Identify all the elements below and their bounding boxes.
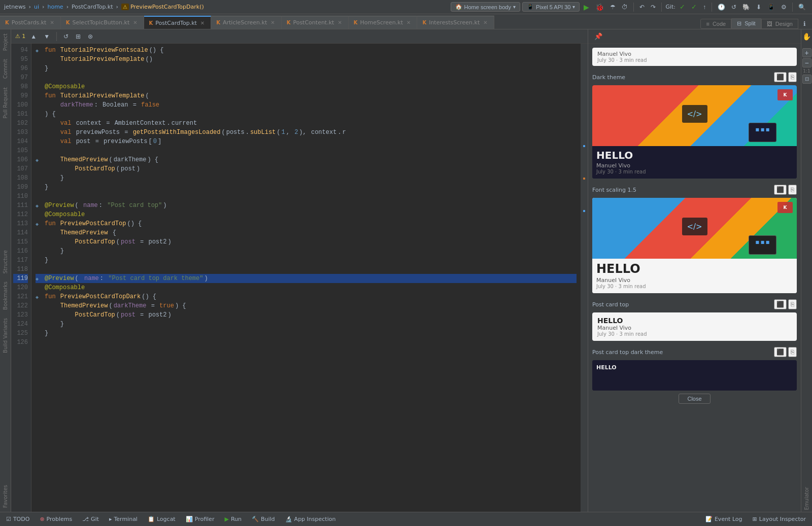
dark-theme-card[interactable]: </> K ■ ■ ■ HELLO M (592, 85, 797, 179)
view-split-btn[interactable]: ⊟ Split (731, 18, 761, 29)
editor-content[interactable]: 9495969798 99100101102103 10410510610710… (11, 44, 588, 512)
post-card-top-author: Manuel Vivo (597, 325, 792, 331)
panel-structure[interactable]: Structure (1, 246, 10, 278)
title-bar: jetnews › ui › home › PostCardTop.kt › ⚠… (0, 0, 812, 14)
todo-item[interactable]: ☑ TODO (4, 515, 31, 523)
font-scaling-card[interactable]: </> K ■ ■ ■ HELLO Manuel Vivo (592, 198, 797, 293)
tab-interestsscreen-close[interactable]: ✕ (482, 19, 488, 26)
tab-selecttopic-close[interactable]: ✕ (132, 19, 138, 26)
code-lines[interactable]: ◈ fun TutorialPreviewFontscale() { Tutor… (31, 44, 581, 512)
gutter-99 (36, 92, 43, 99)
save-dark-theme-btn[interactable]: ⬛ (774, 72, 787, 82)
coverage-btn[interactable]: ☂ (608, 3, 618, 12)
gutter-94[interactable]: ◈ (36, 47, 43, 54)
post-card-top-card[interactable]: HELLO Manuel Vivo July 30 · 3 min read (592, 312, 797, 341)
refresh-btn[interactable]: ↺ (729, 3, 738, 12)
revert-btn[interactable]: ↶ (637, 3, 647, 12)
gutter-102 (36, 120, 43, 127)
tab-articlescreen[interactable]: K ArticleScreen.kt ✕ (211, 16, 281, 29)
panel-commit[interactable]: Commit (1, 55, 10, 83)
gutter-112 (36, 211, 43, 218)
gutter-106[interactable]: ◈ (36, 156, 43, 163)
gutter-119[interactable]: ◈ (36, 275, 43, 282)
redo-btn[interactable]: ↷ (649, 3, 658, 12)
save-post-card-dark-btn[interactable]: ⬛ (774, 347, 787, 357)
gutter-110 (36, 193, 43, 200)
save-font-scaling-btn[interactable]: ⬛ (774, 185, 787, 195)
save-post-card-top-btn[interactable]: ⬛ (774, 299, 787, 309)
refresh-preview-btn[interactable]: ↺ (61, 32, 71, 41)
tab-interestsscreen[interactable]: K InterestsScreen.kt ✕ (417, 16, 494, 29)
tab-postcontent-close[interactable]: ✕ (336, 19, 343, 26)
profiler-item[interactable]: 📊 Profiler (184, 515, 217, 523)
tab-postcardtop-close[interactable]: ✕ (199, 20, 206, 26)
info-btn[interactable]: ℹ (801, 19, 808, 28)
history-btn[interactable]: 🕐 (716, 3, 727, 12)
tab-articlescreen-close[interactable]: ✕ (269, 19, 276, 26)
profile-btn[interactable]: ⏱ (620, 3, 630, 12)
breadcrumb-sep4: › (116, 4, 118, 10)
sdk-btn[interactable]: ⬇ (754, 3, 763, 12)
panel-project[interactable]: Project (1, 29, 10, 55)
project-label: jetnews (4, 4, 26, 10)
zoom-in-btn[interactable]: + (802, 48, 811, 57)
copy-post-card-top-btn[interactable]: ⎘ (788, 299, 797, 309)
tab-homescreen[interactable]: K HomeScreen.kt ✕ (349, 16, 418, 29)
zoom-out-btn[interactable]: − (802, 58, 811, 67)
gradle-btn[interactable]: 🐘 (740, 3, 752, 12)
git-commit-btn[interactable]: ✓ (678, 2, 687, 12)
emulator-label[interactable]: Emulator (803, 485, 810, 512)
panel-bookmarks[interactable]: Bookmarks (1, 277, 10, 314)
next-warning-btn[interactable]: ▼ (42, 32, 52, 41)
view-code-btn[interactable]: ≡ Code (700, 19, 731, 29)
copy-dark-theme-btn[interactable]: ⎘ (788, 72, 797, 82)
dark-theme-label: Dark theme (592, 74, 625, 81)
event-log-item[interactable]: 📝 Event Log (703, 515, 745, 523)
layout-inspector-item[interactable]: ⊞ Layout Inspector (751, 515, 808, 523)
copy-post-card-dark-btn[interactable]: ⎘ (788, 347, 797, 357)
panel-pull-request[interactable]: Pull Request (1, 83, 10, 123)
preview-content[interactable]: Manuel Vivo July 30 · 3 min read Dark th… (588, 44, 801, 512)
pin-btn[interactable]: 📌 (592, 31, 604, 41)
tab-postcardtop[interactable]: K PostCardTop.kt ✕ (144, 16, 212, 29)
terminal-item[interactable]: ▸ Terminal (107, 515, 140, 523)
tab-selecttopic[interactable]: K SelectTopicButton.kt ✕ (61, 16, 144, 29)
run-config-btn[interactable]: 🏠 Home screen body ▾ (451, 2, 520, 12)
device-btn[interactable]: 📱 Pixel 5 API 30 ▾ (522, 2, 580, 12)
view-design-btn[interactable]: 🖼 Design (761, 19, 798, 29)
tab-postcards-close[interactable]: ✕ (49, 19, 55, 26)
tab-postcards[interactable]: K PostCards.kt ✕ (0, 16, 61, 29)
scroll-gutter[interactable] (581, 44, 588, 512)
prev-warning-btn[interactable]: ▲ (28, 32, 39, 41)
partial-card[interactable]: Manuel Vivo July 30 · 3 min read (592, 48, 797, 66)
search-everywhere-btn[interactable]: 🔍 (796, 3, 808, 12)
gutter-113[interactable]: ◈ (36, 220, 43, 227)
zoom-fit-btn[interactable]: ⊡ (802, 75, 811, 84)
gutter-121[interactable]: ◈ (36, 293, 43, 300)
git-push-btn[interactable]: ↑ (701, 3, 708, 12)
close-btn[interactable]: Close (679, 394, 710, 404)
settings-btn[interactable]: ⚙ (779, 3, 789, 12)
logcat-item[interactable]: 📋 Logcat (146, 515, 178, 523)
problems-item[interactable]: ⊗ Problems (38, 515, 74, 523)
tab-homescreen-close[interactable]: ✕ (405, 19, 412, 26)
debug-btn[interactable]: 🐞 (593, 2, 606, 12)
avd-btn[interactable]: 📱 (765, 3, 777, 12)
panel-build-variants[interactable]: Build Variants (1, 314, 10, 357)
code-line-95: TutorialPreviewTemplate() (36, 55, 577, 64)
run-item[interactable]: ▶ Run (222, 515, 244, 523)
layers-btn[interactable]: ⊛ (86, 32, 95, 41)
git-check-btn[interactable]: ✓ (689, 2, 699, 12)
hand-tool-btn[interactable]: ✋ (800, 31, 812, 42)
run-btn[interactable]: ▶ (582, 2, 591, 12)
post-card-dark-card[interactable]: HELLO (592, 360, 797, 391)
grid-view-btn[interactable]: ⊞ (74, 32, 83, 41)
build-item[interactable]: 🔨 Build (250, 515, 277, 523)
gutter-111[interactable]: ◈ (36, 202, 43, 209)
copy-font-scaling-btn[interactable]: ⎘ (788, 185, 797, 195)
git-item[interactable]: ⎇ Git (80, 515, 101, 523)
app-inspection-item[interactable]: 🔬 App Inspection (283, 515, 338, 523)
tab-postcontent[interactable]: K PostContent.kt ✕ (282, 16, 349, 29)
panel-favorites[interactable]: Favorites (1, 481, 10, 512)
breadcrumb-ui: ui (34, 4, 39, 10)
